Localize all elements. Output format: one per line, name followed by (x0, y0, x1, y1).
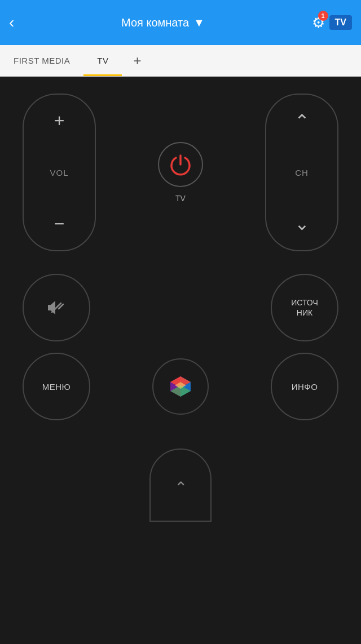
logo-button[interactable] (152, 358, 209, 415)
room-selector[interactable]: Моя комната ▼ (21, 16, 305, 29)
arch-button[interactable]: ⌃ (149, 448, 212, 522)
mute-button[interactable] (23, 274, 90, 341)
mute-icon (46, 297, 67, 318)
remote-bottom-row: МЕНЮ ИНФО (23, 353, 338, 420)
tab-first-media[interactable]: FIRST MEDIA (0, 45, 83, 76)
header-right: ⚙ 1 TV (312, 14, 352, 32)
info-button[interactable]: ИНФО (271, 353, 338, 420)
channel-up-button[interactable]: ⌃ (294, 110, 310, 132)
power-button[interactable] (158, 142, 203, 187)
back-button[interactable]: ‹ (9, 14, 14, 32)
remote-control: + VOL − TV ⌃ CH ⌄ (0, 77, 361, 539)
info-label: ИНФО (292, 382, 318, 392)
chevron-down-icon: ▼ (193, 16, 205, 29)
arch-chevron-icon: ⌃ (174, 480, 187, 496)
power-label: TV (175, 194, 186, 203)
volume-pill[interactable]: + VOL − (23, 94, 96, 251)
channel-down-button[interactable]: ⌄ (294, 213, 310, 234)
arch-area: ⌃ (23, 448, 338, 522)
ch-label: CH (295, 168, 309, 177)
tab-tv[interactable]: TV (83, 45, 122, 76)
menu-button[interactable]: МЕНЮ (23, 353, 90, 420)
notification-badge: 1 (318, 11, 328, 21)
power-area: TV (158, 142, 203, 203)
volume-down-button[interactable]: − (54, 214, 65, 234)
tv-badge[interactable]: TV (329, 15, 352, 30)
add-tab-button[interactable]: + (122, 45, 152, 76)
remote-mid-row: ИСТОЧНИК (23, 274, 338, 341)
tab-bar: FIRST MEDIA TV + (0, 45, 361, 77)
channel-pill[interactable]: ⌃ CH ⌄ (265, 94, 338, 251)
volume-up-button[interactable]: + (54, 110, 65, 131)
source-button[interactable]: ИСТОЧНИК (271, 274, 338, 341)
header: ‹ Моя комната ▼ ⚙ 1 TV (0, 0, 361, 45)
remote-top-row: + VOL − TV ⌃ CH ⌄ (23, 94, 338, 251)
power-icon (168, 152, 193, 177)
vol-label: VOL (50, 168, 68, 177)
brand-logo-icon (165, 371, 196, 402)
settings-button[interactable]: ⚙ 1 (312, 14, 325, 32)
source-label: ИСТОЧНИК (291, 297, 318, 318)
room-title: Моя комната (121, 16, 189, 29)
menu-label: МЕНЮ (42, 382, 71, 392)
